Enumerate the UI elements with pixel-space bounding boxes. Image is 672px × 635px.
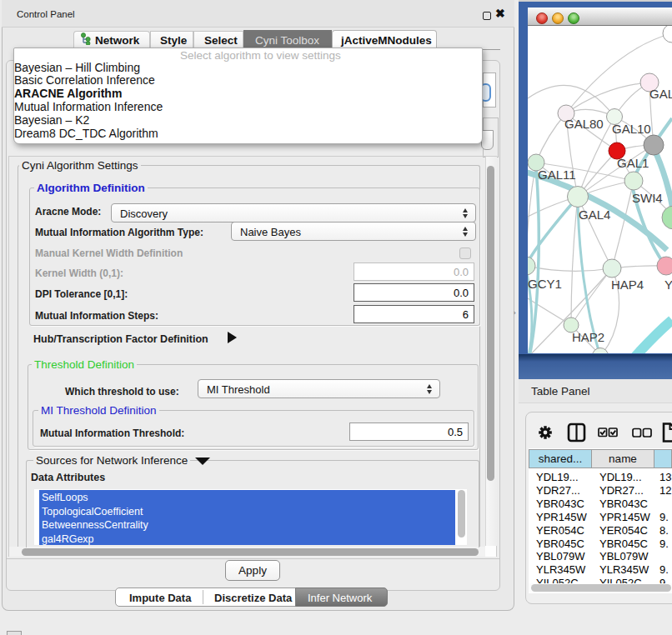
svg-text:HAP2: HAP2 xyxy=(572,330,604,344)
svg-text:GAL4: GAL4 xyxy=(579,208,610,222)
svg-text:HAP4: HAP4 xyxy=(611,278,644,292)
svg-text:GAL8: GAL8 xyxy=(649,87,672,101)
svg-text:Y: Y xyxy=(664,278,672,292)
svg-text:SWI4: SWI4 xyxy=(632,191,663,205)
svg-text:GCY1: GCY1 xyxy=(528,277,562,291)
svg-text:GAL11: GAL11 xyxy=(538,168,576,182)
svg-text:GAL1: GAL1 xyxy=(617,156,649,170)
svg-text:GAL80: GAL80 xyxy=(564,117,604,131)
svg-text:GAL10: GAL10 xyxy=(612,122,651,136)
